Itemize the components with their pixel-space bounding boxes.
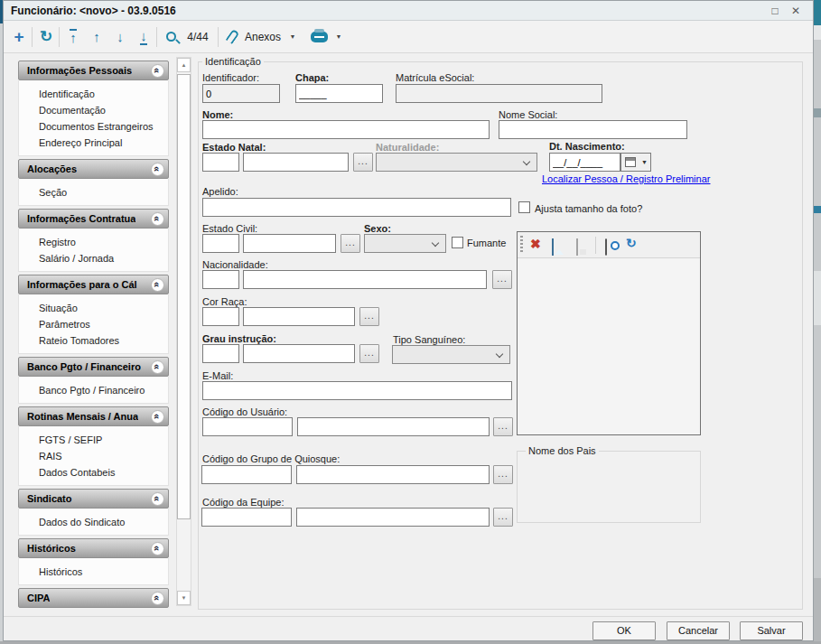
nome-social-field[interactable] bbox=[499, 120, 687, 139]
collapse-button[interactable]: « bbox=[151, 492, 164, 506]
section-header-historicos[interactable]: Históricos « bbox=[18, 538, 169, 558]
cor-raca-text-field[interactable] bbox=[243, 307, 355, 326]
collapse-button[interactable]: « bbox=[151, 410, 164, 424]
refresh-button[interactable]: ↻ bbox=[35, 24, 57, 49]
previous-record-button[interactable]: ↑ bbox=[86, 24, 107, 49]
anexos-label[interactable]: Anexos bbox=[241, 24, 285, 49]
sidebar-item-dados-contabeis[interactable]: Dados Contabeis bbox=[19, 464, 168, 481]
scroll-up-button[interactable]: ▲ bbox=[177, 58, 191, 72]
codigo-equipe-text-field[interactable] bbox=[296, 508, 490, 527]
open-image-button[interactable] bbox=[552, 238, 554, 256]
close-button[interactable]: ✕ bbox=[788, 3, 804, 19]
sidebar-item-salario-jornada[interactable]: Salário / Jornada bbox=[19, 250, 168, 266]
ajusta-foto-checkbox[interactable] bbox=[518, 201, 530, 213]
nacionalidade-text-field[interactable] bbox=[243, 270, 487, 289]
estado-natal-code-field[interactable] bbox=[202, 153, 239, 172]
collapse-button[interactable]: « bbox=[151, 212, 164, 226]
search-button[interactable] bbox=[160, 24, 182, 49]
collapse-button[interactable]: « bbox=[151, 542, 164, 555]
estado-natal-text-field[interactable] bbox=[243, 153, 349, 172]
sidebar-item-historicos[interactable]: Históricos bbox=[19, 564, 168, 580]
nacionalidade-lookup-button[interactable]: ... bbox=[492, 270, 512, 289]
dt-nascimento-field[interactable] bbox=[549, 153, 620, 172]
sidebar-item-endereco-principal[interactable]: Endereço Principal bbox=[19, 135, 168, 151]
codigo-usuario-lookup-button[interactable]: ... bbox=[493, 417, 513, 436]
first-record-button[interactable]: ↑ bbox=[62, 24, 84, 49]
print-button[interactable] bbox=[307, 24, 331, 49]
nacionalidade-code-field[interactable] bbox=[202, 270, 239, 289]
maximize-button[interactable]: □ bbox=[767, 3, 783, 19]
salvar-button[interactable]: Salvar bbox=[740, 621, 803, 640]
collapse-button[interactable]: « bbox=[151, 592, 164, 605]
estado-civil-text-field[interactable] bbox=[243, 234, 336, 253]
sidebar-item-parametros[interactable]: Parâmetros bbox=[19, 316, 168, 332]
codigo-grupo-quiosque-text-field[interactable] bbox=[296, 465, 490, 484]
sidebar-scrollbar[interactable]: ▲ ▼ bbox=[176, 57, 191, 606]
print-dropdown-button[interactable]: ▼ bbox=[332, 24, 345, 49]
codigo-usuario-text-field[interactable] bbox=[297, 417, 490, 436]
collapse-button[interactable]: « bbox=[151, 64, 164, 78]
sidebar-item-banco-pgto-financeiro[interactable]: Banco Pgto / Financeiro bbox=[19, 382, 168, 398]
date-picker-button[interactable]: ▼ bbox=[620, 153, 651, 172]
codigo-grupo-quiosque-lookup-button[interactable]: ... bbox=[493, 465, 513, 484]
codigo-equipe-code-field[interactable] bbox=[201, 508, 292, 527]
camera-button[interactable] bbox=[605, 238, 607, 256]
codigo-equipe-lookup-button[interactable]: ... bbox=[493, 508, 513, 527]
section-body: FGTS / SEFIP RAIS Dados Contabeis bbox=[18, 426, 169, 486]
nacionalidade-label: Nacionalidade: bbox=[202, 259, 268, 270]
sidebar-item-identificacao[interactable]: Identificação bbox=[19, 86, 168, 102]
collapse-button[interactable]: « bbox=[151, 278, 164, 292]
estado-natal-lookup-button[interactable]: ... bbox=[353, 153, 373, 172]
chapa-field[interactable] bbox=[295, 84, 383, 103]
drag-handle[interactable] bbox=[520, 236, 523, 254]
section-header-informacoes-contratuais[interactable]: Informações Contratua « bbox=[18, 209, 169, 229]
anexos-button[interactable] bbox=[223, 24, 241, 49]
localizar-pessoa-link[interactable]: Localizar Pessoa / Registro Preliminar bbox=[542, 173, 710, 184]
scroll-down-button[interactable]: ▼ bbox=[177, 591, 191, 605]
last-record-button[interactable]: ↓ bbox=[133, 24, 154, 49]
fumante-checkbox[interactable] bbox=[452, 237, 463, 248]
cor-raca-lookup-button[interactable]: ... bbox=[359, 307, 379, 326]
sidebar-item-registro[interactable]: Registro bbox=[19, 234, 168, 250]
codigo-grupo-quiosque-code-field[interactable] bbox=[201, 465, 292, 484]
sidebar-item-situacao[interactable]: Situação bbox=[19, 300, 168, 316]
anexos-dropdown-button[interactable]: ▼ bbox=[286, 24, 299, 49]
scrollbar-thumb[interactable] bbox=[177, 74, 191, 519]
sidebar-item-secao[interactable]: Seção bbox=[19, 184, 168, 201]
photo-refresh-button[interactable]: ↻ bbox=[626, 236, 637, 250]
section-header-sindicato[interactable]: Sindicato « bbox=[18, 489, 169, 509]
email-field[interactable] bbox=[202, 381, 512, 400]
cor-raca-code-field[interactable] bbox=[202, 307, 239, 326]
grau-instrucao-text-field[interactable] bbox=[243, 344, 355, 363]
sidebar-item-documentacao[interactable]: Documentação bbox=[19, 102, 168, 118]
identificacao-groupbox bbox=[198, 61, 803, 610]
section-header-cipa[interactable]: CIPA « bbox=[18, 588, 169, 608]
section-header-banco-pgto[interactable]: Banco Pgto / Financeiro « bbox=[18, 357, 169, 377]
sidebar-item-documentos-estrangeiros[interactable]: Documentos Estrangeiros bbox=[19, 118, 168, 135]
grau-instrucao-code-field[interactable] bbox=[202, 344, 239, 363]
sexo-combobox[interactable] bbox=[364, 234, 446, 253]
grau-instrucao-lookup-button[interactable]: ... bbox=[359, 344, 379, 363]
section-header-informacoes-calculo[interactable]: Informações para o Cál « bbox=[18, 275, 169, 294]
apelido-field[interactable] bbox=[202, 198, 511, 217]
collapse-button[interactable]: « bbox=[151, 163, 164, 176]
sidebar-item-dados-sindicato[interactable]: Dados do Sindicato bbox=[19, 514, 168, 530]
codigo-usuario-code-field[interactable] bbox=[202, 417, 293, 436]
titlebar[interactable]: Funcionário: <novo> - 03.9.0516 □ ✕ bbox=[4, 1, 813, 21]
sidebar-item-fgts-sefip[interactable]: FGTS / SEFIP bbox=[19, 432, 168, 448]
estado-civil-lookup-button[interactable]: ... bbox=[341, 234, 360, 253]
cancelar-button[interactable]: Cancelar bbox=[667, 621, 730, 640]
sidebar-item-rais[interactable]: RAIS bbox=[19, 448, 168, 464]
nome-field[interactable] bbox=[202, 120, 490, 139]
estado-civil-code-field[interactable] bbox=[202, 234, 239, 253]
section-header-rotinas-mensais[interactable]: Rotinas Mensais / Anua « bbox=[18, 406, 169, 426]
collapse-button[interactable]: « bbox=[151, 360, 164, 374]
ok-button[interactable]: OK bbox=[592, 621, 656, 640]
next-record-button[interactable]: ↓ bbox=[109, 24, 131, 49]
sidebar-item-rateio-tomadores[interactable]: Rateio Tomadores bbox=[19, 332, 168, 349]
delete-photo-button[interactable]: ✖ bbox=[530, 237, 541, 251]
tipo-sanguineo-combobox[interactable] bbox=[392, 345, 510, 364]
section-header-informacoes-pessoais[interactable]: Informações Pessoais « bbox=[18, 61, 169, 80]
section-header-alocacoes[interactable]: Alocações « bbox=[18, 159, 169, 179]
add-record-button[interactable]: + bbox=[8, 24, 30, 49]
